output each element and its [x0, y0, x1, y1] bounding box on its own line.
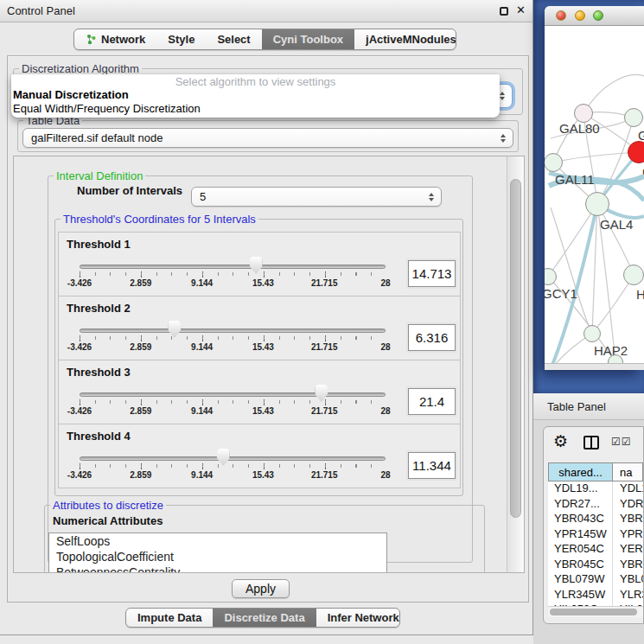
slider-track[interactable] [80, 456, 386, 461]
tab-cyni-toolbox[interactable]: Cyni Toolbox [262, 29, 354, 49]
tab-style[interactable]: Style [156, 29, 206, 49]
algorithm-dropdown-popup: Select algorithm to view settings Manual… [11, 74, 500, 118]
threshold-slider[interactable]: -3.426 2.859 9.144 15.43 21.715 [80, 296, 386, 361]
table-body: YDL19... YDL1 YDR27... YDR2 YBR043C YBR0 [548, 481, 643, 606]
scale-tick-label: 21.715 [311, 470, 338, 480]
top-tab-bar: Network Style Select Cyni Toolbox jActiv… [73, 29, 456, 50]
column-layout-icon[interactable] [583, 436, 599, 450]
network-node[interactable] [628, 141, 644, 163]
network-node[interactable] [545, 153, 563, 172]
table-row[interactable]: YLR345W YLR3 [548, 588, 643, 603]
interval-definition-title: Interval Definition [54, 169, 145, 182]
window-title: Control Panel [7, 4, 75, 17]
combo-stepper-icon [500, 92, 505, 100]
panel-scrollbar-thumb[interactable] [510, 179, 521, 518]
table-panel: ⚙ ☑☑ shared... na YDL19... YDL1 [543, 426, 644, 624]
threshold-value-field[interactable]: 11.344 [408, 452, 456, 479]
screen: Control Panel ✕ Network Style Select Cyn… [0, 0, 644, 644]
scale-tick-label: 15.43 [252, 278, 274, 288]
table-row[interactable]: YBR043C YBR0 [548, 512, 643, 527]
slider-scale: -3.426 2.859 9.144 15.43 21.715 [80, 278, 386, 290]
discretization-algorithm-group-title: Discretization Algorithm [19, 62, 142, 75]
minimize-traffic-light-icon[interactable] [575, 10, 585, 21]
scale-tick-label: 28 [380, 406, 390, 416]
table-row[interactable]: YBL079W YBL0 [548, 572, 643, 588]
dropdown-hint-option[interactable]: Select algorithm to view settings [11, 74, 500, 88]
slider-minor-ticks [80, 400, 386, 404]
gear-icon[interactable]: ⚙ [553, 432, 568, 451]
network-window-titlebar[interactable] [545, 6, 644, 26]
slider-minor-ticks [80, 336, 386, 340]
threshold-value-field[interactable]: 21.4 [408, 388, 456, 415]
scale-tick-label: 28 [380, 470, 390, 480]
table-row[interactable]: YER054C YER0 [548, 542, 643, 558]
tab-discretize-data[interactable]: Discretize Data [213, 609, 316, 627]
table-panel-title: Table Panel [533, 393, 644, 420]
dropdown-option-equal-width[interactable]: Equal Width/Frequency Discretization [11, 102, 500, 116]
network-node[interactable] [574, 104, 593, 123]
attribute-list-item[interactable]: BetweennessCentrality [49, 564, 386, 573]
scale-tick-label: 9.144 [191, 342, 213, 352]
tab-impute-data[interactable]: Impute Data [126, 609, 213, 627]
attribute-list-item[interactable]: SelfLoops [49, 533, 386, 549]
network-node-label: GAL11 [555, 172, 595, 187]
thresholds-group-title: Threshold's Coordinates for 5 Intervals [61, 213, 258, 226]
table-row[interactable]: YPR145W YPR1 [548, 527, 643, 543]
threshold-value-field[interactable]: 6.316 [408, 324, 456, 351]
network-node[interactable] [624, 108, 643, 127]
slider-track[interactable] [80, 392, 386, 397]
slider-track[interactable] [80, 265, 386, 269]
threshold-panel: Threshold 4 -3.426 2.859 [58, 424, 461, 488]
numerical-attributes-list[interactable]: SelfLoops TopologicalCoefficient Between… [48, 532, 387, 573]
network-node[interactable] [583, 325, 601, 342]
table-horizontal-scrollbar-thumb[interactable] [550, 609, 637, 615]
close-icon[interactable]: ✕ [516, 3, 526, 16]
column-header-shared-name[interactable]: shared... [548, 462, 613, 481]
bottom-tab-bar: Impute Data Discretize Data Infer Networ… [125, 608, 400, 628]
scale-tick-label: 9.144 [191, 406, 213, 416]
slider-minor-ticks [80, 464, 386, 468]
network-node-label: GCY1 [545, 286, 577, 301]
table-row[interactable]: YDR27... YDR2 [548, 497, 643, 513]
threshold-slider[interactable]: -3.426 2.859 9.144 15.43 21.715 [80, 424, 386, 489]
table-data-value: galFiltered.sif default node [31, 131, 163, 144]
number-of-intervals-combobox[interactable]: 5 [191, 187, 442, 207]
threshold-value-field[interactable]: 14.713 [408, 260, 456, 287]
apply-button[interactable]: Apply [232, 579, 290, 598]
float-window-icon[interactable] [500, 7, 508, 16]
network-node[interactable] [585, 192, 609, 216]
tab-network[interactable]: Network [74, 29, 156, 49]
tab-select[interactable]: Select [206, 29, 261, 49]
tab-infer-network[interactable]: Infer Network [316, 609, 400, 627]
table-row[interactable]: YDL19... YDL1 [548, 481, 643, 497]
table-header-row: shared... na [548, 462, 643, 481]
control-panel-window: Control Panel ✕ Network Style Select Cyn… [0, 0, 533, 635]
scale-tick-label: 21.715 [311, 406, 338, 416]
scale-tick-label: 2.859 [130, 470, 151, 480]
table-panel-region: Table Panel ⚙ ☑☑ shared... na YDL19... Y… [533, 393, 644, 644]
threshold-slider[interactable]: -3.426 2.859 9.144 15.43 21.715 [80, 233, 386, 297]
network-icon [86, 34, 97, 45]
network-canvas[interactable]: GAL80GCGAL11GAL4GCY1HHAP2 [545, 26, 644, 363]
scale-tick-label: 2.859 [130, 278, 151, 288]
network-view-window[interactable]: GAL80GCGAL11GAL4GCY1HHAP2 [545, 6, 644, 370]
attribute-list-item[interactable]: TopologicalCoefficient [49, 549, 386, 564]
select-columns-icons[interactable]: ☑☑ [611, 436, 632, 448]
scale-tick-label: 2.859 [130, 406, 151, 416]
slider-track[interactable] [80, 328, 386, 333]
dropdown-option-manual[interactable]: Manual Discretization [11, 88, 500, 102]
scale-tick-label: 15.43 [252, 470, 274, 480]
zoom-traffic-light-icon[interactable] [593, 10, 603, 21]
table-horizontal-scrollbar[interactable] [548, 606, 643, 617]
close-traffic-light-icon[interactable] [556, 10, 566, 21]
tab-jactivemnodules[interactable]: jActiveMNodules [354, 29, 456, 49]
table-data-combobox[interactable]: galFiltered.sif default node [22, 128, 513, 148]
network-node[interactable] [623, 265, 644, 285]
table-row[interactable]: YBR045C YBR0 [548, 558, 643, 573]
scale-tick-label: 21.715 [311, 342, 338, 352]
column-header-name[interactable]: na [613, 462, 643, 481]
panel-scrollbar[interactable] [507, 156, 524, 572]
control-panel-titlebar[interactable]: Control Panel ✕ [0, 0, 532, 22]
desktop-background: GAL80GCGAL11GAL4GCY1HHAP2 [533, 0, 644, 393]
threshold-slider[interactable]: -3.426 2.859 9.144 15.43 21.715 [80, 360, 386, 425]
